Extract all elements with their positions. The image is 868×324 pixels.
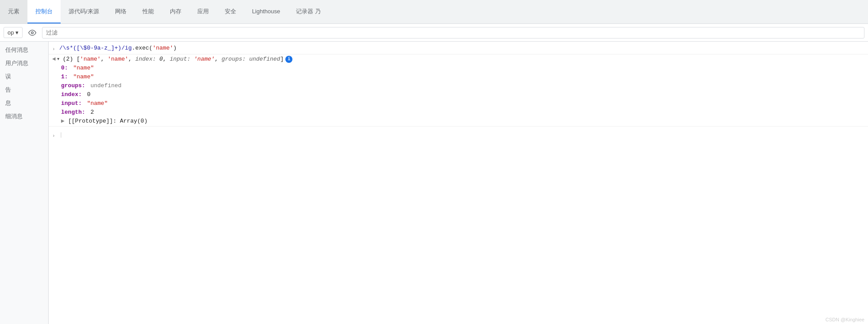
key-index: index: — [61, 91, 82, 98]
tab-elements[interactable]: 元素 — [0, 0, 27, 23]
comma-2: , — [163, 56, 170, 62]
info-icon[interactable]: i — [285, 56, 292, 63]
prototype-row: ▶ [[Prototype]]: Array(0) — [52, 116, 147, 125]
meta-1: , — [128, 56, 135, 62]
val-name-0: 'name' — [80, 56, 101, 62]
filter-input[interactable] — [42, 27, 864, 39]
toolbar: op ▾ — [0, 24, 868, 42]
tab-performance[interactable]: 性能 — [134, 0, 162, 23]
regex-literal: /\s*([\$0-9a-z_]+)/ig — [59, 44, 132, 52]
meta-input-label: input: — [170, 56, 194, 62]
val-index: 0 — [87, 91, 91, 98]
sidebar: 任何消息 用户消息 误 告 息 细消息 — [0, 42, 49, 324]
val-1: "name" — [73, 73, 94, 80]
val-length: 2 — [90, 109, 94, 116]
method-call: .exec( — [132, 44, 153, 52]
console-next-prompt[interactable]: › | — [49, 130, 868, 141]
close-bracket: ] — [280, 56, 284, 62]
string-arg: 'name' — [153, 44, 173, 52]
console-input-content: /\s*([\$0-9a-z_]+)/ig.exec('name') — [59, 44, 864, 52]
comma-3: , — [215, 56, 222, 62]
meta-groups-label: groups: — [222, 56, 249, 62]
child-row-length: length: 2 — [52, 108, 94, 116]
console-output: › /\s*([\$0-9a-z_]+)/ig.exec('name') ◄ ▾… — [49, 42, 868, 324]
console-row-output: ◄ ▾ (2) ['name', 'name', index: 0, input… — [49, 54, 868, 127]
child-row-index: index: 0 — [52, 90, 90, 99]
tab-bar: 元素 控制台 源代码/来源 网络 性能 内存 应用 安全 Lighthouse … — [0, 0, 868, 24]
key-groups: groups: — [61, 82, 85, 89]
child-row-0: 0: "name" — [52, 63, 94, 72]
tab-memory[interactable]: 内存 — [162, 0, 189, 23]
val-input: "name" — [87, 100, 108, 107]
back-arrow-icon: ◄ — [52, 55, 56, 63]
output-header: ◄ ▾ (2) ['name', 'name', index: 0, input… — [52, 55, 292, 63]
watermark: CSDN @Kinghiee — [826, 317, 864, 322]
key-input: input: — [61, 100, 82, 107]
tab-application[interactable]: 应用 — [189, 0, 217, 23]
prototype-expand-icon[interactable]: ▶ — [61, 117, 67, 125]
comma-1: , — [101, 56, 108, 62]
key-length: length: — [61, 109, 85, 116]
input-arrow: › — [52, 44, 59, 53]
meta-groups-val: undefined — [249, 56, 280, 62]
svg-point-0 — [31, 31, 34, 34]
main-layout: 任何消息 用户消息 误 告 息 细消息 › /\s*([\$0-9a-z_]+)… — [0, 42, 868, 324]
meta-index-val: 0 — [159, 56, 163, 62]
prompt-cursor: | — [59, 131, 864, 139]
sidebar-item-all[interactable]: 任何消息 — [0, 43, 48, 57]
tab-recorder[interactable]: 记录器 乃 — [288, 0, 329, 23]
level-label: op — [8, 29, 14, 36]
chevron-down-icon: ▾ — [15, 29, 19, 36]
child-row-input: input: "name" — [52, 99, 108, 108]
sidebar-item-info[interactable]: 息 — [0, 96, 48, 110]
tab-network[interactable]: 网络 — [107, 0, 134, 23]
output-summary: (2) ['name', 'name', index: 0, input: 'n… — [63, 55, 284, 63]
val-name-1: 'name' — [108, 56, 128, 62]
key-1: 1: — [61, 73, 68, 80]
val-0: "name" — [73, 65, 94, 71]
sidebar-item-user[interactable]: 用户消息 — [0, 57, 48, 70]
console-row-input: › /\s*([\$0-9a-z_]+)/ig.exec('name') — [49, 43, 868, 54]
val-groups: undefined — [90, 82, 121, 89]
tab-sources[interactable]: 源代码/来源 — [61, 0, 107, 23]
sidebar-item-verbose[interactable]: 细消息 — [0, 110, 48, 123]
array-count: (2) [ — [63, 56, 80, 62]
sidebar-item-warning[interactable]: 告 — [0, 83, 48, 96]
tab-lighthouse[interactable]: Lighthouse — [244, 0, 288, 23]
eye-icon-button[interactable] — [26, 27, 38, 39]
tab-console[interactable]: 控制台 — [27, 0, 61, 23]
child-row-1: 1: "name" — [52, 72, 94, 81]
tab-security[interactable]: 安全 — [217, 0, 244, 23]
key-0: 0: — [61, 65, 68, 71]
meta-index-label: index: — [135, 56, 160, 62]
child-row-groups: groups: undefined — [52, 81, 122, 90]
level-select[interactable]: op ▾ — [4, 27, 23, 38]
close-paren: ) — [173, 44, 177, 52]
next-prompt-arrow: › — [52, 131, 59, 140]
sidebar-item-error[interactable]: 误 — [0, 70, 48, 83]
prototype-label: [[Prototype]]: Array(0) — [68, 117, 147, 125]
expand-triangle-icon[interactable]: ▾ — [57, 55, 63, 63]
meta-input-val: 'name' — [194, 56, 215, 62]
